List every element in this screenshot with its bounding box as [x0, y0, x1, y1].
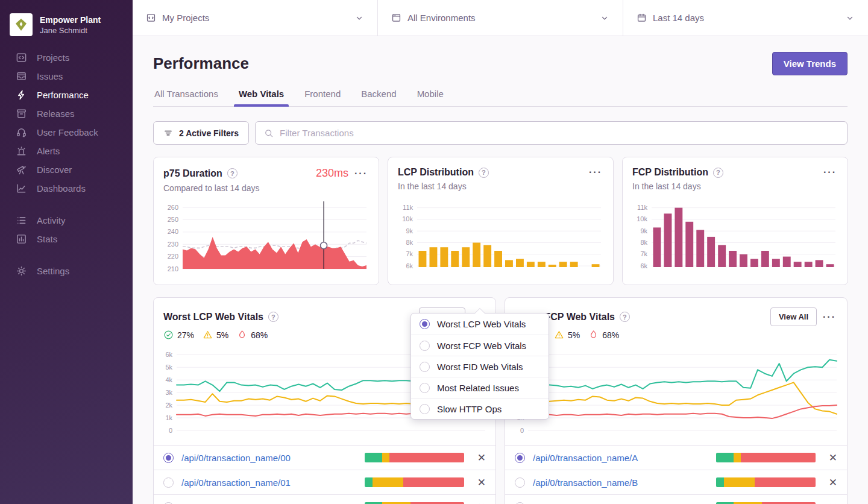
menu-item-slow-http-ops[interactable]: Slow HTTP Ops: [411, 398, 549, 419]
card-title: FCP Distribution: [632, 167, 708, 178]
calendar-icon: [637, 13, 647, 23]
sidebar-item-user-feedback[interactable]: User Feedback: [0, 123, 133, 142]
menu-radio: [420, 383, 430, 393]
menu-radio: [420, 404, 430, 414]
sidebar-item-releases[interactable]: Releases: [0, 104, 133, 123]
transaction-link[interactable]: /api/0/transaction_name/02: [181, 502, 291, 504]
sidebar-item-alerts[interactable]: Alerts: [0, 142, 133, 160]
close-icon[interactable]: [829, 453, 837, 463]
svg-text:6k: 6k: [640, 262, 647, 269]
fcp-distribution-chart: 6k7k8k9k10k11k: [632, 197, 838, 274]
tab-web-vitals[interactable]: Web Vitals: [237, 89, 285, 106]
close-icon[interactable]: [829, 502, 837, 504]
sidebar-item-projects[interactable]: Projects: [0, 48, 133, 67]
environment-selector[interactable]: All Environments: [378, 0, 623, 36]
svg-text:8k: 8k: [406, 239, 413, 246]
chevron-down-icon: [845, 13, 855, 23]
row-radio[interactable]: [515, 502, 525, 504]
meh-stat: 5%: [554, 330, 580, 340]
nav-divider: [0, 248, 133, 262]
transaction-link[interactable]: /api/0/transaction_name/B: [533, 477, 638, 488]
table-row: /api/0/transaction_name/02: [154, 494, 495, 504]
close-icon[interactable]: [477, 477, 486, 488]
view-all-button[interactable]: View All: [770, 307, 817, 326]
sidebar-item-dashboards[interactable]: Dashboards: [0, 179, 133, 198]
empower-plant-logo-icon: [13, 17, 29, 33]
p75-value: 230ms: [316, 167, 348, 180]
org-switcher[interactable]: Empower Plant Jane Schmidt: [0, 8, 133, 48]
transaction-link[interactable]: /api/0/transaction_name/00: [181, 453, 291, 463]
row-radio[interactable]: [163, 502, 174, 504]
help-icon[interactable]: ?: [620, 312, 630, 322]
environment-selector-label: All Environments: [407, 13, 476, 23]
overflow-menu-icon[interactable]: [822, 168, 838, 177]
search-input[interactable]: [280, 128, 838, 138]
sidebar-item-settings[interactable]: Settings: [0, 262, 133, 280]
project-selector[interactable]: My Projects: [133, 0, 378, 36]
menu-item-worst-fcp[interactable]: Worst FCP Web Vitals: [411, 335, 549, 356]
help-icon[interactable]: ?: [227, 168, 237, 178]
transaction-link[interactable]: /api/0/transaction_name/01: [181, 477, 291, 488]
sidebar-item-stats[interactable]: Stats: [0, 230, 133, 248]
row-radio[interactable]: [163, 453, 174, 463]
svg-text:8k: 8k: [640, 239, 647, 246]
sidebar-item-issues[interactable]: Issues: [0, 67, 133, 86]
help-icon[interactable]: ?: [713, 168, 723, 178]
flame-icon: [237, 330, 247, 340]
tab-all-transactions[interactable]: All Transactions: [153, 89, 219, 106]
row-radio[interactable]: [515, 453, 525, 463]
view-trends-button[interactable]: View Trends: [772, 52, 848, 75]
overflow-menu-icon[interactable]: [353, 169, 369, 178]
vitals-selector-dropdown: Worst LCP Web Vitals Worst FCP Web Vital…: [410, 313, 549, 420]
card-subtitle: In the last 14 days: [398, 181, 603, 191]
close-icon[interactable]: [477, 453, 486, 463]
issues-icon: [16, 71, 27, 82]
warning-triangle-icon: [554, 330, 564, 340]
svg-text:9k: 9k: [640, 227, 647, 235]
table-row: /api/0/transaction_name/01: [154, 470, 495, 494]
sidebar-item-activity[interactable]: Activity: [0, 211, 133, 230]
sidebar-item-label: Issues: [37, 71, 63, 81]
stats-icon: [16, 233, 27, 245]
active-filters-button[interactable]: 2 Active Filters: [153, 121, 249, 145]
tab-frontend[interactable]: Frontend: [303, 89, 342, 106]
overflow-menu-icon[interactable]: [588, 168, 603, 177]
sidebar-item-label: Releases: [37, 109, 75, 119]
daterange-selector[interactable]: Last 14 days: [623, 0, 868, 36]
menu-item-label: Worst LCP Web Vitals: [437, 319, 526, 329]
svg-text:11k: 11k: [403, 204, 413, 211]
vitals-breakdown-bar: [716, 453, 816, 462]
close-icon[interactable]: [829, 477, 837, 488]
menu-item-most-related-issues[interactable]: Most Related Issues: [411, 377, 549, 398]
help-icon[interactable]: ?: [479, 168, 489, 178]
overflow-menu-icon[interactable]: [822, 312, 837, 322]
svg-text:240: 240: [168, 228, 178, 235]
card-subtitle: In the last 14 days: [632, 181, 838, 191]
tab-mobile[interactable]: Mobile: [416, 89, 445, 106]
sidebar-item-discover[interactable]: Discover: [0, 160, 133, 179]
row-radio[interactable]: [163, 477, 174, 488]
menu-item-worst-fid[interactable]: Worst FID Web Vitals: [411, 356, 549, 377]
project-icon: [146, 13, 156, 23]
discover-icon: [16, 164, 27, 175]
meh-stat: 5%: [203, 330, 228, 340]
poor-stat-value: 68%: [602, 330, 619, 340]
menu-radio: [420, 319, 430, 329]
svg-text:7k: 7k: [406, 250, 413, 257]
table-row: /api/0/transaction_name/00: [154, 445, 495, 470]
sidebar-item-performance[interactable]: Performance: [0, 86, 133, 104]
transaction-link[interactable]: /api/0/transaction_name/A: [533, 453, 638, 463]
tab-backend[interactable]: Backend: [360, 89, 397, 106]
transaction-link[interactable]: /api/0/transaction_name/C: [533, 502, 638, 504]
svg-text:260: 260: [168, 204, 178, 211]
sidebar-item-label: Dashboards: [37, 183, 86, 194]
row-radio[interactable]: [515, 477, 525, 488]
poor-stat-value: 68%: [251, 330, 268, 340]
menu-item-label: Worst FID Web Vitals: [437, 362, 523, 372]
worst-fcp-vitals-card: Worst FCP Web Vitals ? View All 27% 5%: [505, 297, 848, 504]
close-icon[interactable]: [477, 502, 486, 504]
help-icon[interactable]: ?: [268, 312, 278, 322]
fcp-distribution-card: FCP Distribution ? In the last 14 days 6…: [622, 157, 848, 285]
sidebar-item-label: Activity: [37, 215, 66, 225]
menu-item-worst-lcp[interactable]: Worst LCP Web Vitals: [411, 313, 549, 335]
